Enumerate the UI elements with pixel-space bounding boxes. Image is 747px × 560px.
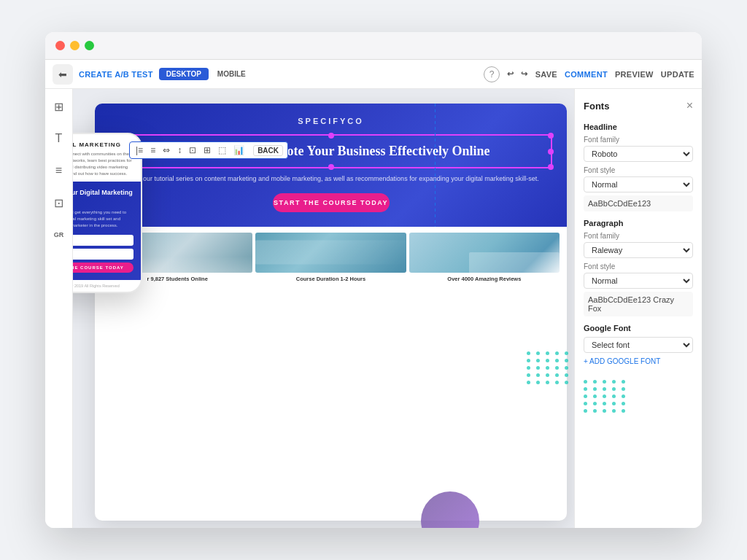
panel-header: Fonts × — [584, 99, 693, 112]
minimize-button[interactable] — [70, 41, 80, 50]
toolbar: ⬅ CREATE A/B TEST DESKTOP MOBILE ? ↩ ↪ S… — [45, 60, 702, 89]
phone-blue-section: Expand Your Digital Marketing Knowledge … — [73, 182, 141, 280]
maximize-button[interactable] — [85, 41, 94, 50]
browser-window: ⬅ CREATE A/B TEST DESKTOP MOBILE ? ↩ ↪ S… — [45, 32, 702, 528]
google-font-select[interactable]: Select font — [584, 337, 693, 353]
sidebar-icon-components[interactable]: ⊡ — [49, 192, 69, 213]
font-family-select-headline[interactable]: Roboto — [584, 146, 693, 162]
comment-button[interactable]: COMMENT — [565, 70, 608, 79]
align-center-tool[interactable]: ≡ — [149, 144, 157, 156]
stat-label-1: r 9,827 Students Online — [147, 276, 207, 282]
canvas-area: SOCIAL MARKETING See how to connect with… — [73, 89, 574, 528]
padding-tool[interactable]: ⊡ — [187, 144, 198, 156]
panel-close-button[interactable]: × — [686, 99, 693, 112]
undo-button[interactable]: ↩ — [507, 69, 514, 79]
title-bar — [45, 32, 702, 60]
phone-title: SOCIAL MARKETING — [73, 141, 133, 148]
preview-button[interactable]: PREVIEW — [615, 70, 654, 79]
phone-footer: Copyright © 2019 All Rights Reserved — [73, 280, 141, 292]
panel-title: Fonts — [584, 101, 609, 112]
headline-preview-text: AaBbCcDdEe123 — [584, 195, 693, 211]
stat-label-3: Over 4000 Amazing Reviews — [447, 276, 521, 282]
guide-line-vertical — [435, 104, 436, 227]
right-panel: Fonts × Headline Font family Roboto Font… — [574, 89, 702, 528]
font-family-label-p: Font family — [584, 232, 693, 240]
paragraph-preview-text: AaBbCcDdEe123 Crazy Fox — [584, 292, 693, 316]
resize-handle-tr[interactable] — [548, 133, 554, 139]
resize-handle-br[interactable] — [548, 164, 554, 170]
headline-section-label: Headline — [584, 122, 693, 131]
resize-handle-bm[interactable] — [328, 164, 334, 170]
font-style-label-p: Font style — [584, 262, 693, 271]
move-tool[interactable]: ⊞ — [202, 144, 212, 156]
ab-test-button[interactable]: CREATE A/B TEST — [79, 70, 153, 79]
phone-cta-button[interactable]: START THE COURSE TODAY — [73, 262, 133, 273]
hero-section: SPECIFYCO |≡ ≡ ⇔ ↕ ⊡ ⊞ ⬚ 📊 BACK — [95, 104, 567, 227]
sidebar-icon-grid[interactable]: ⊞ — [49, 96, 69, 117]
view-toggle: DESKTOP MOBILE — [159, 68, 253, 80]
selection-toolbar[interactable]: |≡ ≡ ⇔ ↕ ⊡ ⊞ ⬚ 📊 BACK — [129, 141, 288, 159]
phone-blue-text: Sign-up today and get everything you nee… — [73, 209, 133, 229]
stat-label-2: Course Duration 1-2 Hours — [296, 276, 365, 282]
main-content: ⊞ T ≡ ⊡ GR SOCIAL MARKE — [45, 89, 702, 528]
sidebar-icon-media[interactable]: GR — [49, 225, 69, 245]
phone-header-text: See how to connect with communities on t… — [73, 151, 133, 177]
stat-item-reviews: Over 4000 Amazing Reviews — [409, 233, 560, 282]
left-sidebar: ⊞ T ≡ ⊡ GR — [45, 89, 73, 528]
font-family-select-paragraph[interactable]: Raleway — [584, 242, 693, 258]
help-button[interactable]: ? — [484, 66, 500, 82]
stat-image-2 — [255, 233, 406, 273]
stat-image-3 — [409, 233, 560, 273]
phone-blue-title: Expand Your Digital Marketing Knowledge — [73, 189, 133, 206]
border-tool[interactable]: ⬚ — [217, 144, 228, 156]
spacing-tool[interactable]: ↕ — [176, 144, 183, 156]
desktop-view-button[interactable]: DESKTOP — [159, 68, 209, 80]
back-tool[interactable]: BACK — [253, 145, 283, 156]
font-style-select-paragraph[interactable]: Normal — [584, 273, 693, 289]
add-google-font-button[interactable]: + ADD GOOGLE FONT — [584, 357, 693, 365]
traffic-lights — [55, 41, 94, 50]
dots-decoration-right — [527, 351, 570, 384]
save-button[interactable]: SAVE — [535, 70, 557, 79]
hero-logo: SPECIFYCO — [109, 117, 552, 125]
google-font-section-label: Google Font — [584, 324, 693, 332]
back-button[interactable]: ⬅ — [53, 64, 73, 85]
redo-button[interactable]: ↪ — [521, 69, 527, 79]
resize-handle-tm[interactable] — [328, 133, 334, 139]
canvas-browser: SPECIFYCO |≡ ≡ ⇔ ↕ ⊡ ⊞ ⬚ 📊 BACK — [95, 104, 567, 521]
hero-cta-button[interactable]: START THE COURSE TODAY — [273, 193, 390, 212]
phone-name-input[interactable]: Name — [73, 235, 133, 246]
stat-item-duration: Course Duration 1-2 Hours — [255, 233, 406, 282]
distribute-tool[interactable]: ⇔ — [161, 144, 171, 156]
font-style-label-h: Font style — [584, 166, 693, 174]
hero-subtext: Watch our tutorial series on content mar… — [109, 174, 552, 184]
update-button[interactable]: UPDATE — [661, 70, 694, 79]
panel-dots-decoration — [584, 380, 693, 413]
sidebar-icon-layers[interactable]: ≡ — [49, 160, 69, 181]
close-button[interactable] — [55, 41, 65, 50]
toolbar-actions: ? ↩ ↪ SAVE COMMENT PREVIEW UPDATE — [484, 66, 694, 82]
mobile-view-button[interactable]: MOBILE — [210, 68, 253, 80]
align-left-tool[interactable]: |≡ — [134, 144, 144, 156]
back-icon: ⬅ — [58, 69, 67, 80]
font-family-label-h: Font family — [584, 136, 693, 144]
resize-handle-mr[interactable] — [548, 149, 554, 155]
paragraph-section-label: Paragraph — [584, 219, 693, 228]
stats-section: r 9,827 Students Online Course Duration … — [95, 227, 567, 288]
phone-email-input[interactable]: Email — [73, 249, 133, 260]
sidebar-icon-text[interactable]: T — [49, 128, 69, 149]
chart-tool[interactable]: 📊 — [232, 144, 246, 156]
font-style-select-headline[interactable]: Normal — [584, 176, 693, 192]
